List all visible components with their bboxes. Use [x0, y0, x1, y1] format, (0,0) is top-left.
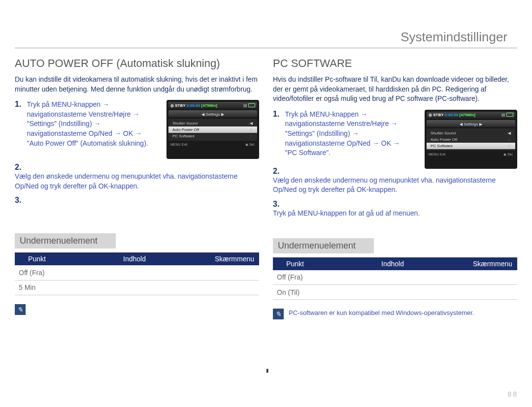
- submenu-table-right: Punkt Indhold Skærmmenu Off (Fra) On (Ti…: [273, 257, 517, 300]
- page-title: Systemindstillinger: [15, 30, 517, 48]
- stby-label: STBY: [175, 103, 185, 108]
- step-text: Tryk på MENU-knappen → navigationstaster…: [285, 110, 408, 158]
- intro-right: Hvis du indstiller Pc-software til Til, …: [273, 75, 517, 104]
- time-label: 0:00:00: [445, 113, 459, 117]
- table-row: 5 Min: [15, 280, 259, 295]
- step-number: 2.: [273, 167, 283, 176]
- table-header: Indhold: [59, 252, 210, 265]
- step-text: Vælg den ønskede undermenu og menupunkte…: [273, 176, 506, 195]
- menu-item-selected: Auto Power Off:: [168, 126, 257, 133]
- remain-label: [475Min]: [201, 103, 217, 108]
- table-header: Punkt: [273, 257, 317, 270]
- table-header: Punkt: [15, 252, 59, 265]
- settings-menu-left: Shutter Sound:◀ Auto Power Off: PC Softw…: [168, 119, 257, 141]
- battery-icon: [506, 113, 513, 117]
- menu-item: Auto Power Off:: [427, 136, 515, 143]
- battery-icon: [248, 103, 255, 107]
- remain-label: [475Min]: [459, 113, 475, 117]
- camera-screenshot-right: ◎ STBY 0:00:00 [475Min] ▤ ◀ Settings ▶ S…: [425, 110, 517, 169]
- stby-label: STBY: [433, 113, 443, 117]
- column-pc-software: PC SOFTWARE Hvis du indstiller Pc-softwa…: [273, 57, 517, 319]
- sel-label: Sel.: [249, 143, 255, 146]
- menu-item: PC Software:: [168, 133, 257, 139]
- rec-icon: ◎: [170, 103, 174, 108]
- note-icon: ✎: [273, 309, 284, 319]
- column-auto-power-off: AUTO POWER OFF (Automatisk slukning) Du …: [15, 57, 259, 319]
- menu-item: Shutter Sound:◀: [427, 130, 515, 136]
- menu-item-selected: PC Software:: [427, 143, 515, 149]
- sd-card-icon: ▤: [243, 103, 247, 108]
- camera-screenshot-left: ◎ STBY 0:00:00 [475Min] ▤ ◀ Settings ▶ S…: [166, 100, 259, 159]
- step-number: 1.: [15, 100, 25, 109]
- table-row: Off (Fra): [273, 270, 517, 285]
- menu-btn-label: MENU: [170, 143, 181, 146]
- submenu-heading: Undermenuelement: [273, 238, 374, 253]
- exit-label: Exit: [440, 153, 446, 156]
- submenu-table-left: Punkt Indhold Skærmmenu Off (Fra) 5 Min: [15, 252, 259, 295]
- page-number: 88: [507, 390, 518, 398]
- time-label: 0:00:00: [187, 103, 200, 108]
- sel-label: Sel.: [507, 153, 513, 156]
- note-icon: ✎: [15, 304, 26, 315]
- submenu-heading: Undermenuelement: [15, 233, 116, 249]
- menu-btn-label: MENU: [429, 153, 439, 156]
- step-text: Tryk på MENU-knappen → navigationstaster…: [27, 100, 150, 148]
- center-marker-icon: ▮: [266, 368, 270, 374]
- exit-label: Exit: [182, 143, 188, 146]
- menu-item: Shutter Sound:◀: [168, 120, 257, 126]
- intro-left: Du kan indstille dit videokamera til aut…: [15, 75, 259, 94]
- section-heading-left: AUTO POWER OFF (Automatisk slukning): [15, 57, 259, 70]
- settings-tab: ◀ Settings ▶: [168, 110, 257, 117]
- table-row: Off (Fra): [15, 265, 259, 280]
- table-header: Indhold: [317, 257, 468, 270]
- rec-icon: ◎: [429, 113, 432, 117]
- step-number: 3.: [273, 200, 283, 209]
- step-text: Tryk på MENU-knappen for at gå ud af men…: [273, 209, 506, 219]
- step-number: 2.: [15, 163, 25, 172]
- sd-card-icon: ▤: [501, 113, 505, 117]
- step-number: 1.: [273, 110, 283, 119]
- table-header: Skærmmenu: [210, 252, 259, 265]
- note-text-right: PC-softwaren er kun kompatibel med Windo…: [289, 309, 517, 317]
- table-row: On (Til): [273, 285, 517, 300]
- table-header: Skærmmenu: [468, 257, 517, 270]
- step-number: 3.: [15, 196, 25, 205]
- settings-menu-right: Shutter Sound:◀ Auto Power Off: PC Softw…: [427, 128, 515, 151]
- step-text: Vælg den ønskede undermenu og menupunkte…: [15, 172, 248, 191]
- section-heading-right: PC SOFTWARE: [273, 57, 517, 70]
- settings-tab: ◀ Settings ▶: [427, 120, 515, 127]
